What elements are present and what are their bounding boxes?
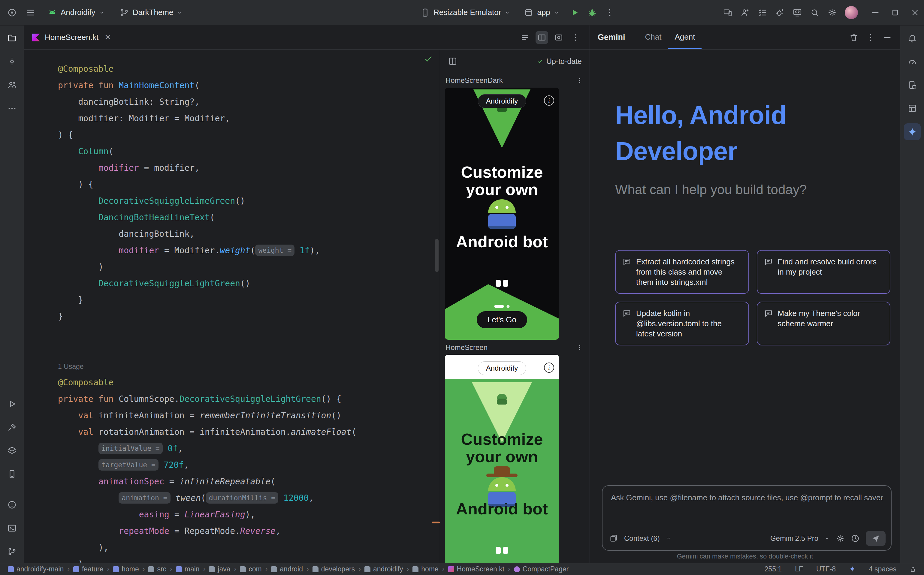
breadcrumb-item[interactable]: developers (313, 565, 355, 573)
tab-agent[interactable]: Agent (668, 25, 701, 49)
run-configuration-selector[interactable]: app (521, 5, 562, 20)
tab-close-icon[interactable]: ✕ (105, 33, 111, 42)
line-separator[interactable]: LF (795, 565, 803, 573)
breadcrumb-item[interactable]: HomeScreen.kt (448, 565, 505, 573)
code-line[interactable]: ) { (58, 127, 440, 143)
code-line[interactable]: dancingBotLink: String?, (58, 94, 440, 110)
run-button[interactable] (570, 8, 580, 17)
breadcrumb-item[interactable]: java (209, 565, 230, 573)
info-icon[interactable]: i (544, 95, 554, 106)
gemini-star-icon[interactable] (904, 123, 921, 140)
breadcrumb-item[interactable]: feature (73, 565, 103, 573)
commit-icon[interactable] (3, 53, 21, 70)
code-line[interactable]: DecorativeSquiggleLimeGreen() (58, 193, 440, 209)
indent-setting[interactable]: 4 spaces (869, 565, 896, 573)
device-explorer-icon[interactable] (904, 76, 921, 93)
code-line[interactable]: } (58, 308, 440, 325)
suggestion-card[interactable]: Make my Theme's color scheme warmer (757, 302, 891, 345)
gemini-options-kebab-icon[interactable] (866, 33, 875, 42)
suggestion-card[interactable]: Find and resolve build errors in my proj… (757, 250, 891, 294)
code-line[interactable]: DancingBotHeadlineText( (58, 209, 440, 226)
project-selector[interactable]: Androidify (45, 5, 108, 20)
notifications-bell-icon[interactable] (904, 30, 921, 46)
preview-options-kebab-icon[interactable] (576, 344, 583, 351)
code-line[interactable]: targetValue = 720f, (58, 457, 440, 473)
build-tool-icon[interactable] (3, 419, 21, 436)
preview-card-homescreendark[interactable]: Androidify i Customize your own Android … (445, 87, 559, 340)
code-line[interactable]: ) (58, 556, 440, 563)
code-line[interactable]: modifier = Modifier.weight(weight = 1f), (58, 242, 440, 259)
gemini-assist-icon[interactable] (740, 8, 750, 17)
code-line[interactable]: private fun ColumnScope.DecorativeSquigg… (58, 391, 440, 407)
gemini-settings-icon[interactable] (836, 534, 845, 543)
lets-go-button[interactable]: Let's Go (477, 311, 527, 328)
file-encoding[interactable]: UTF-8 (816, 565, 836, 573)
context-selector[interactable]: Context (6) (624, 534, 660, 543)
write-lock-icon[interactable] (910, 566, 916, 573)
history-clock-icon[interactable] (851, 534, 860, 543)
pull-requests-icon[interactable] (3, 76, 21, 93)
more-actions-kebab-icon[interactable] (605, 8, 614, 17)
split-view-icon[interactable] (536, 31, 548, 44)
code-line[interactable]: private fun MainHomeContent( (58, 77, 440, 94)
code-line[interactable]: 1 Usage (58, 358, 440, 374)
branch-selector[interactable]: DarkTheme (116, 5, 186, 20)
device-mirroring-icon[interactable] (723, 8, 733, 17)
delete-conversation-icon[interactable] (849, 33, 859, 42)
code-line[interactable]: val infiniteAnimation = rememberInfinite… (58, 407, 440, 424)
code-line[interactable]: repeatMode = RepeatMode.Reverse, (58, 523, 440, 539)
tab-homescreen-kt[interactable]: HomeScreen.kt ✕ (24, 25, 119, 49)
code-line[interactable]: } (58, 292, 440, 308)
breadcrumb-item[interactable]: CompactPager (514, 565, 569, 573)
code-line[interactable]: dancingBotLink, (58, 226, 440, 242)
inspections-ok-icon[interactable] (423, 54, 433, 64)
code-line[interactable]: @Composable (58, 374, 440, 391)
code-view-icon[interactable] (519, 31, 531, 44)
code-line[interactable] (58, 325, 440, 341)
suggestion-card[interactable]: Update kotlin in @libs.version.toml to t… (615, 302, 749, 345)
code-line[interactable]: modifier: Modifier = Modifier, (58, 110, 440, 127)
preview-options-kebab-icon[interactable] (576, 77, 583, 84)
task-checklist-icon[interactable] (758, 8, 767, 17)
preview-card-homescreen[interactable]: Androidify i Customize your own Android … (445, 355, 559, 563)
send-button[interactable] (866, 531, 886, 546)
project-folder-icon[interactable] (3, 30, 21, 46)
breadcrumb-item[interactable]: android (271, 565, 303, 573)
preview-layout-icon[interactable] (448, 56, 458, 66)
window-close-icon[interactable] (910, 8, 920, 17)
code-line[interactable]: DecorativeSquiggleLightGreen() (58, 275, 440, 292)
device-selector[interactable]: Resizable Emulator (417, 5, 513, 20)
debug-button[interactable] (587, 8, 597, 17)
gemini-input-box[interactable]: Ask Gemini, use @filename to attach sour… (602, 485, 892, 551)
layout-inspector-icon[interactable] (904, 100, 921, 117)
terminal-icon[interactable] (3, 520, 21, 537)
code-line[interactable]: ) { (58, 176, 440, 193)
code-line[interactable]: easing = LinearEasing), (58, 506, 440, 523)
version-control-icon[interactable] (3, 543, 21, 560)
breadcrumb-item[interactable]: src (148, 565, 166, 573)
code-line[interactable]: @Composable (58, 60, 440, 77)
breadcrumb-item[interactable]: home (113, 565, 139, 573)
design-view-icon[interactable] (552, 31, 565, 44)
hide-panel-icon[interactable] (883, 33, 892, 42)
tab-chat[interactable]: Chat (639, 25, 668, 49)
code-line[interactable]: initialValue = 0f, (58, 440, 440, 457)
code-review-icon[interactable] (792, 8, 802, 17)
code-editor[interactable]: @Composableprivate fun MainHomeContent( … (24, 50, 440, 563)
breadcrumb-item[interactable]: home (412, 565, 439, 573)
ai-sparkle-icon[interactable]: ✦ (849, 564, 856, 574)
device-manager-icon[interactable] (3, 466, 21, 483)
code-line[interactable]: Column( (58, 143, 440, 160)
breadcrumb-item[interactable]: main (176, 565, 200, 573)
code-line[interactable]: modifier = modifier, (58, 160, 440, 176)
editor-scrollbar[interactable] (435, 239, 439, 272)
code-line[interactable]: val rotationAnimation = infiniteAnimatio… (58, 424, 440, 440)
cursor-position[interactable]: 255:1 (765, 565, 782, 573)
ai-debug-icon[interactable] (775, 8, 785, 17)
main-menu-icon[interactable] (26, 8, 35, 17)
code-line[interactable]: animationSpec = infiniteRepeatable( (58, 473, 440, 490)
run-tool-icon[interactable] (3, 396, 21, 412)
build-variants-icon[interactable] (3, 442, 21, 459)
window-restore-icon[interactable] (891, 8, 900, 17)
breadcrumb-item[interactable]: com (240, 565, 261, 573)
